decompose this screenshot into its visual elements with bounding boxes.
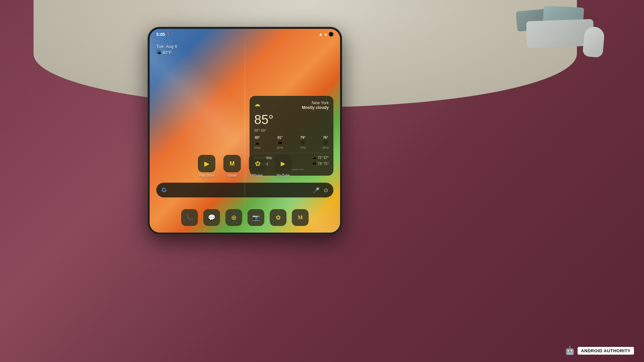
widget-header: ☁ New York Mostly cloudy [254,101,329,110]
dock-messages[interactable]: 💬 [203,209,220,226]
date-weather-widget: Tue, Aug 6 🌤 80°F [156,44,177,55]
hourly-icon-2: ⛈ [300,140,306,145]
google-g-logo: G [162,187,310,194]
phone-icon: 📞 [186,214,193,221]
widget-cloud-icon: ☁ [254,101,260,108]
signal-icon: ■ [325,33,327,36]
hourly-time-3: 8PM [322,146,329,149]
play-store-icon[interactable]: ▶ [198,155,215,172]
widget-temp-main: 85° [254,113,329,127]
widget-condition: Mostly cloudy [302,105,329,110]
dock-chrome[interactable]: ⊕ [225,209,242,226]
weather-row: 🌤 80°F [156,50,177,55]
fold-line [245,29,246,233]
hourly-time-0: 5PM [254,146,261,149]
camera-indicator [329,32,333,37]
youtube-label: YouTube [276,174,289,177]
app-item-photos[interactable]: ✿ Photos [249,155,266,177]
dock-camera[interactable]: 📷 [248,209,264,226]
dock-gmail[interactable]: M [292,209,309,226]
hourly-5pm: 80° ☁ 5PM [254,136,261,149]
widget-hourly: 80° ☁ 5PM 81° 🌧 6PM 79° ⛈ 7PM 76° ⛈ [254,136,329,149]
phone-device: 5:05 📍 ▲ ■ Tue, Aug 6 🌤 80°F ☁ New York [148,27,342,235]
temp-low: 69° [261,128,267,132]
lens-icon[interactable]: ⊙ [324,187,328,193]
hourly-6pm: 81° 🌧 6PM [277,136,283,149]
search-icon-group: 🎤 ⊙ [313,187,328,193]
status-icons: ▲ ■ [319,32,333,37]
hourly-icon-1: 🌧 [277,140,283,145]
app-item-playstore[interactable]: ▶ Play Store [198,155,215,177]
chrome-icon: ⊕ [231,214,237,222]
hourly-8pm: 76° ⛈ 8PM [322,136,329,149]
gmail-icon[interactable]: M [223,155,241,172]
robot-icon: 🤖 [565,346,575,355]
pinwheel-icon: ✿ [276,214,281,221]
hourly-icon-0: ☁ [254,140,261,145]
widget-location: New York Mostly cloudy [302,101,329,110]
play-store-symbol: ▶ [204,160,209,168]
hourly-temp-0: 80° [254,136,261,139]
camera-icon: 📷 [252,214,260,221]
hourly-time-1: 6PM [277,146,283,149]
weather-temp: 80°F [162,50,172,55]
watermark: 🤖 ANDROID AUTHORITY [565,346,634,355]
hourly-temp-2: 79° [300,136,306,139]
status-time-group: 5:05 📍 [156,32,170,37]
phone-screen: 5:05 📍 ▲ ■ Tue, Aug 6 🌤 80°F ☁ New York [150,29,340,233]
hourly-time-2: 7PM [300,146,306,149]
dock-gmail-icon: M [298,215,303,221]
mic-icon[interactable]: 🎤 [313,187,320,193]
weather-sun-icon: 🌤 [156,50,161,55]
photos-label: Photos [252,174,263,177]
temp-high: 89° [254,128,260,132]
hourly-7pm: 79° ⛈ 7PM [300,136,306,149]
status-time: 5:05 [156,32,165,37]
desk-mouse [582,26,605,58]
watermark-text: ANDROID AUTHORITY [578,347,634,355]
app-item-gmail[interactable]: M Gmail [223,155,241,177]
location-icon: 📍 [166,33,170,36]
hourly-temp-3: 76° [322,136,329,139]
date-text: Tue, Aug 6 [156,44,177,49]
gmail-label: Gmail [228,174,236,177]
hourly-icon-3: ⛈ [322,140,329,145]
youtube-icon[interactable]: ▶ [274,155,292,172]
widget-city: New York [302,101,329,105]
hourly-temp-1: 81° [277,136,283,139]
messages-icon: 💬 [208,214,215,221]
widget-divider [254,153,329,153]
gmail-symbol: M [230,160,235,167]
dock-pinwheel[interactable]: ✿ [270,209,286,226]
app-item-youtube[interactable]: ▶ YouTube [274,155,292,177]
dock-phone[interactable]: 📞 [181,209,198,226]
photos-icon[interactable]: ✿ [249,155,266,172]
youtube-symbol: ▶ [281,160,285,167]
widget-temp-range: 89° 69° [254,128,329,132]
wifi-icon: ▲ [319,32,323,37]
play-store-label: Play Store [199,174,214,177]
photos-symbol: ✿ [255,160,261,168]
